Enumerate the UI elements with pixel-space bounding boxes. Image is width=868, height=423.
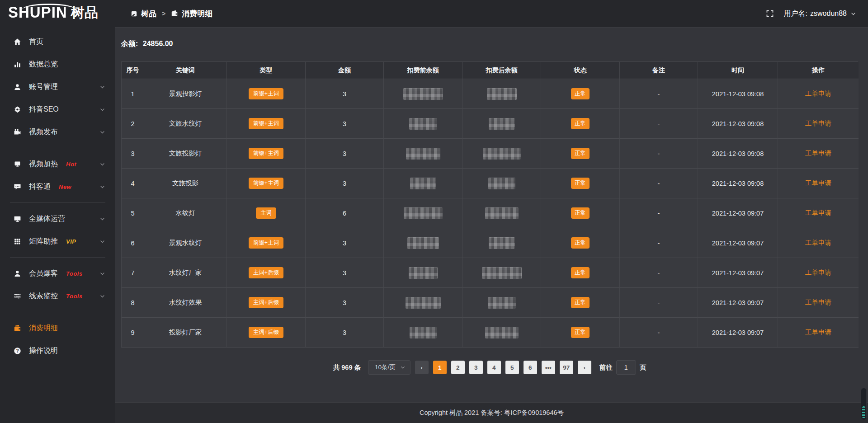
work-order-link[interactable]: 工单申请 xyxy=(805,268,831,277)
sidebar-item-account[interactable]: 账号管理 xyxy=(0,75,115,98)
balance-after-cell xyxy=(462,169,541,198)
fullscreen-icon[interactable] xyxy=(766,9,774,18)
sidebar-item-douketong[interactable]: 抖客通New xyxy=(0,175,115,198)
balance-before-cell xyxy=(384,169,462,198)
page-button-2[interactable]: 2 xyxy=(451,361,465,374)
topbar: 树品 > 消费明细 用户名: zswodun88 xyxy=(115,0,868,27)
action-cell: 工单申请 xyxy=(778,198,859,228)
column-header: 序号 xyxy=(122,62,144,79)
sidebar-item-publish[interactable]: 视频发布 xyxy=(0,121,115,143)
status-badge: 正常 xyxy=(571,297,590,308)
status-cell: 正常 xyxy=(541,79,620,109)
page-button-4[interactable]: 4 xyxy=(487,361,501,374)
action-cell: 工单申请 xyxy=(778,318,859,348)
masked-balance-before xyxy=(403,88,443,100)
balance-after-cell xyxy=(462,198,541,228)
work-order-link[interactable]: 工单申请 xyxy=(805,209,831,217)
type-cell: 前缀+主词 xyxy=(227,139,306,169)
type-badge: 前缀+主词 xyxy=(249,88,283,99)
time-cell: 2021-12-03 09:08 xyxy=(698,79,778,109)
page-size-value: 10条/页 xyxy=(375,363,396,371)
sidebar-item-label: 首页 xyxy=(29,37,43,47)
page-button-1[interactable]: 1 xyxy=(433,361,447,374)
masked-balance-before xyxy=(406,297,441,309)
video-camera-icon xyxy=(13,128,22,136)
page-button-6[interactable]: 6 xyxy=(524,361,537,374)
page-button-3[interactable]: 3 xyxy=(469,361,483,374)
chevron-down-icon xyxy=(99,184,105,190)
next-page-button[interactable]: › xyxy=(578,361,591,374)
masked-balance-before xyxy=(410,178,436,189)
work-order-link[interactable]: 工单申请 xyxy=(805,239,831,247)
sidebar-item-consume[interactable]: 消费明细 xyxy=(0,317,115,339)
action-cell: 工单申请 xyxy=(778,288,859,318)
status-cell: 正常 xyxy=(541,139,620,169)
sidebar-item-label: 账号管理 xyxy=(29,82,58,92)
sidebar-item-data[interactable]: 数据总览 xyxy=(0,53,115,75)
work-order-link[interactable]: 工单申请 xyxy=(805,89,831,98)
sidebar-item-label: 抖客通 xyxy=(29,182,51,192)
status-badge: 正常 xyxy=(571,118,590,129)
work-order-link[interactable]: 工单申请 xyxy=(805,328,831,337)
sidebar-item-home[interactable]: 首页 xyxy=(0,30,115,53)
balance-before-cell xyxy=(384,139,462,169)
table-row: 7水纹灯厂家主词+后缀3正常-2021-12-03 09:07工单申请 xyxy=(122,258,858,288)
breadcrumb-separator: > xyxy=(162,10,165,17)
keyword-cell: 景观投影灯 xyxy=(144,79,227,109)
balance-after-cell xyxy=(462,288,541,318)
row-index: 9 xyxy=(122,318,144,348)
work-order-link[interactable]: 工单申请 xyxy=(805,119,831,128)
sidebar-item-label: 线索监控 xyxy=(29,291,58,301)
pagination-ellipsis[interactable]: ••• xyxy=(542,361,555,374)
sidebar-divider xyxy=(10,202,105,203)
sliders-icon xyxy=(13,292,22,300)
table-body: 1景观投影灯前缀+主词3正常-2021-12-03 09:08工单申请2文旅水纹… xyxy=(122,79,858,348)
type-cell: 前缀+主词 xyxy=(227,79,306,109)
action-cell: 工单申请 xyxy=(778,258,859,288)
amount-cell: 3 xyxy=(306,139,384,169)
masked-balance-after xyxy=(489,237,515,249)
masked-balance-after xyxy=(487,88,517,100)
table-row: 2文旅水纹灯前缀+主词3正常-2021-12-03 09:08工单申请 xyxy=(122,109,858,139)
sidebar-item-heat[interactable]: 视频加热Hot xyxy=(0,153,115,175)
sidebar-item-media[interactable]: 全媒体运营 xyxy=(0,207,115,230)
chevron-down-icon xyxy=(99,216,105,222)
sidebar-item-label: 数据总览 xyxy=(29,60,58,69)
page-button-97[interactable]: 97 xyxy=(560,361,573,374)
balance-before-cell xyxy=(384,198,462,228)
prev-page-button[interactable]: ‹ xyxy=(415,361,429,374)
type-badge: 主词+后缀 xyxy=(249,297,283,308)
page-button-5[interactable]: 5 xyxy=(505,361,519,374)
sidebar-item-seo[interactable]: 抖音SEO xyxy=(0,98,115,121)
masked-balance-before xyxy=(404,207,443,219)
table-row: 1景观投影灯前缀+主词3正常-2021-12-03 09:08工单申请 xyxy=(122,79,858,109)
scrollbar[interactable] xyxy=(861,388,867,420)
sidebar-item-leads[interactable]: 线索监控Tools xyxy=(0,285,115,307)
gear-icon xyxy=(13,106,22,113)
keyword-cell: 水纹灯 xyxy=(144,198,227,228)
action-cell: 工单申请 xyxy=(778,79,859,109)
page-size-select[interactable]: 10条/页 xyxy=(368,360,410,375)
amount-cell: 3 xyxy=(306,318,384,348)
amount-cell: 3 xyxy=(306,169,384,198)
breadcrumb-app[interactable]: 树品 xyxy=(141,9,156,19)
work-order-link[interactable]: 工单申请 xyxy=(805,179,831,188)
work-order-link[interactable]: 工单申请 xyxy=(805,149,831,158)
user-dropdown[interactable]: 用户名: zswodun88 xyxy=(784,9,856,19)
sidebar-item-label: 消费明细 xyxy=(29,324,58,333)
type-badge: 主词 xyxy=(256,207,276,219)
status-cell: 正常 xyxy=(541,318,620,348)
masked-balance-before xyxy=(409,267,438,279)
sidebar-item-help[interactable]: ?操作说明 xyxy=(0,339,115,362)
wallet-icon xyxy=(13,324,22,332)
row-index: 1 xyxy=(122,79,144,109)
goto-page-input[interactable] xyxy=(616,360,636,375)
sidebar-item-matrix[interactable]: 矩阵助推VIP xyxy=(0,230,115,253)
keyword-cell: 景观水纹灯 xyxy=(144,228,227,258)
time-cell: 2021-12-03 09:07 xyxy=(698,258,778,288)
work-order-link[interactable]: 工单申请 xyxy=(805,298,831,307)
masked-balance-after xyxy=(489,118,515,130)
sidebar-item-member[interactable]: 会员爆客Tools xyxy=(0,262,115,285)
type-cell: 主词+后缀 xyxy=(227,318,306,348)
action-cell: 工单申请 xyxy=(778,139,859,169)
